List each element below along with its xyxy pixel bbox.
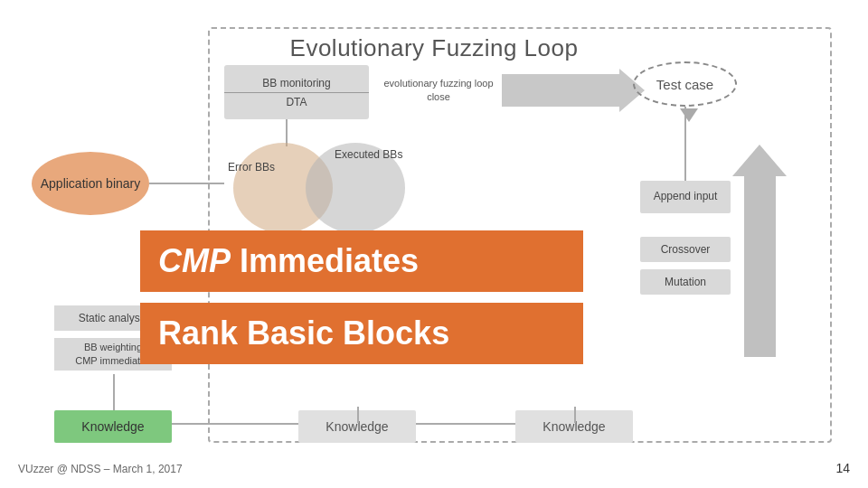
slide: Evolutionary Fuzzing Loop Application bi… [0, 0, 868, 488]
up-arrow-head [732, 145, 787, 176]
evo-loop-text: evolutionary fuzzing loop close [375, 77, 502, 105]
arrow-shaft [502, 74, 619, 107]
mid-v-connector [357, 407, 359, 423]
big-up-arrow [732, 145, 787, 357]
bb-monitoring-box: BB monitoring DTA [224, 65, 369, 119]
error-bbs-label: Error BBs [228, 161, 275, 175]
append-input-box: Append input [640, 181, 731, 213]
app-binary-oval: Application binary [32, 152, 149, 215]
cmp-label: CMP [158, 242, 231, 280]
immediates-label: Immediates [240, 242, 419, 280]
app-binary-connector [149, 183, 224, 184]
crossover-box: Crossover [640, 237, 731, 262]
h-connector-mid2 [416, 423, 515, 425]
rank-label: Rank Basic Blocks [158, 314, 449, 352]
test-case-oval: Test case [633, 61, 737, 107]
knowledge-left-box: Knowledge [54, 410, 172, 443]
h-connector-mid [172, 423, 298, 425]
evo-fuzzing-arrow [502, 69, 645, 112]
executed-bbs-label: Executed BBs [335, 148, 402, 163]
right-v-connector [574, 407, 576, 423]
up-arrow-shaft [744, 176, 776, 357]
footer-text: VUzzer @ NDSS – March 1, 2017 [18, 463, 183, 475]
test-case-down-arrow [680, 108, 698, 122]
cmp-immediates-banner: CMP Immediates [140, 230, 583, 292]
mutation-box: Mutation [640, 269, 731, 295]
page-number: 14 [835, 461, 850, 475]
rank-basic-blocks-banner: Rank Basic Blocks [140, 303, 583, 364]
